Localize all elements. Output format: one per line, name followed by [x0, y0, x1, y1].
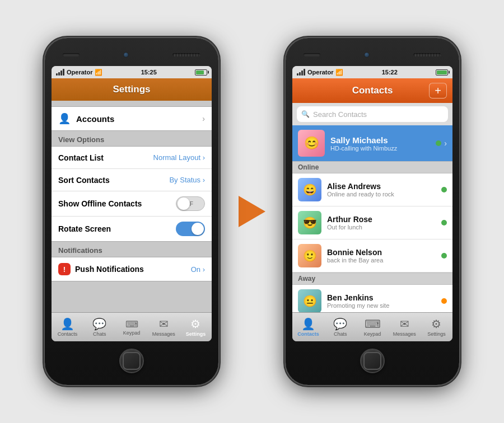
contacts-tab-settings[interactable]: ⚙ Settings	[421, 317, 452, 337]
search-bar: 🔍 Search Contacts	[292, 103, 452, 125]
phone-bottom	[119, 347, 144, 375]
search-input[interactable]: 🔍 Search Contacts	[297, 106, 448, 122]
show-offline-label: Show Offline Contacts	[58, 199, 176, 208]
contacts-title: Contacts	[316, 85, 429, 96]
rotate-screen-row[interactable]: Rotate Screen ON	[52, 217, 212, 241]
arrow-container	[235, 196, 269, 227]
arthur-status-dot	[441, 220, 447, 225]
featured-contact-name: Sally Michaels	[330, 135, 430, 145]
keypad-tab-icon: ⌨	[125, 319, 138, 330]
bonnie-avatar: 🙂	[298, 244, 321, 267]
sort-contacts-row[interactable]: Sort Contacts By Status ›	[52, 169, 212, 191]
contact-list-value: Normal Layout ›	[153, 153, 205, 162]
phone-top-bar	[52, 48, 212, 62]
contacts2-messages-label: Messages	[393, 331, 416, 337]
contacts2-settings-label: Settings	[427, 331, 446, 337]
contact-list-row[interactable]: Contact List Normal Layout ›	[52, 147, 212, 169]
contacts2-tab-icon: 👤	[301, 317, 315, 331]
settings-title: Settings	[113, 84, 150, 95]
show-offline-row[interactable]: Show Offline Contacts OFF	[52, 191, 212, 217]
featured-contact-row[interactable]: 😊 Sally Michaels HD-calling with Nimbuzz…	[292, 125, 452, 161]
phone2-home-button[interactable]	[360, 349, 385, 373]
battery-icon	[195, 69, 207, 76]
contacts-tab-messages[interactable]: ✉ Messages	[389, 317, 421, 337]
contacts-tab-label: Contacts	[58, 331, 78, 337]
push-notif-icon: !	[58, 263, 71, 275]
accounts-label: Accounts	[76, 114, 197, 124]
rotate-screen-label: Rotate Screen	[58, 224, 176, 233]
contacts-signal-icon	[297, 69, 305, 76]
sort-contacts-value: By Status ›	[169, 176, 205, 184]
status-bar: Operator 📶 15:25	[52, 66, 212, 78]
tab-keypad[interactable]: ⌨ Keypad	[115, 319, 147, 336]
featured-chevron-icon: ›	[444, 139, 447, 148]
contact-row[interactable]: 😎 Arthur Rose Out for lunch	[292, 206, 452, 239]
direction-arrow	[239, 196, 265, 227]
alise-avatar: 😄	[298, 178, 321, 201]
home-button[interactable]	[119, 349, 144, 373]
chats-tab-label: Chats	[93, 331, 106, 337]
contact-row[interactable]: 🙂 Bonnie Nelson back in the Bay area	[292, 239, 452, 272]
contacts-list: Online 😄 Alise Andrews Online and ready …	[292, 161, 452, 312]
contacts-tab-keypad[interactable]: ⌨ Keypad	[356, 317, 388, 337]
alise-name: Alise Andrews	[327, 182, 436, 191]
contacts2-messages-icon: ✉	[400, 317, 409, 331]
push-notif-value: On ›	[191, 265, 205, 274]
bonnie-status: back in the Bay area	[327, 257, 436, 264]
settings-tab-bar: 👤 Contacts 💬 Chats ⌨ Keypad ✉ Messages ⚙	[52, 312, 212, 341]
phone2-speaker-right	[413, 53, 441, 57]
settings-content: 👤 Accounts › View Options Contact List N…	[52, 101, 212, 312]
away-section-header: Away	[292, 272, 452, 285]
ben-avatar: 😐	[298, 289, 321, 312]
contacts-header: Contacts +	[292, 78, 452, 103]
arthur-status: Out for lunch	[327, 224, 436, 231]
rotate-screen-toggle[interactable]: ON	[176, 222, 205, 236]
settings-header: Settings	[52, 78, 212, 101]
arthur-name: Arthur Rose	[327, 215, 436, 224]
scene: Operator 📶 15:25 Settings 👤 Account	[0, 38, 504, 385]
contacts2-chats-icon: 💬	[333, 317, 347, 331]
operator-label: Operator	[67, 69, 92, 76]
tab-contacts[interactable]: 👤 Contacts	[52, 317, 83, 337]
wifi-icon: 📶	[95, 69, 102, 76]
add-contact-button[interactable]: +	[429, 83, 447, 98]
view-options-header: View Options	[52, 131, 212, 146]
contacts-operator-label: Operator	[307, 69, 333, 76]
contacts-screen: Operator 📶 15:22 Contacts + 🔍	[292, 66, 452, 341]
phone2-top-bar	[292, 48, 452, 62]
accounts-row[interactable]: 👤 Accounts ›	[52, 106, 212, 131]
keypad-tab-label: Keypad	[123, 330, 141, 336]
accounts-chevron: ›	[202, 114, 205, 123]
online-section-header: Online	[292, 161, 452, 173]
settings-tab-icon: ⚙	[190, 317, 200, 331]
contact-row[interactable]: 😐 Ben Jenkins Promoting my new site	[292, 285, 452, 312]
tab-settings[interactable]: ⚙ Settings	[180, 317, 212, 337]
tab-chats[interactable]: 💬 Chats	[83, 317, 115, 337]
show-offline-toggle[interactable]: OFF	[176, 196, 205, 211]
phone2-speaker-left	[304, 53, 320, 57]
push-notifications-row[interactable]: ! Push Notifications On ›	[52, 257, 212, 281]
contacts2-keypad-label: Keypad	[364, 331, 381, 337]
phone-contacts: Operator 📶 15:22 Contacts + 🔍	[286, 38, 459, 385]
contacts-status-bar: Operator 📶 15:22	[292, 66, 452, 78]
contacts-tab-icon: 👤	[60, 317, 74, 331]
contacts-time-label: 15:22	[382, 69, 398, 76]
front-camera	[123, 52, 129, 58]
view-options-list: Contact List Normal Layout › Sort Contac…	[52, 146, 212, 242]
contact-row[interactable]: 😄 Alise Andrews Online and ready to rock	[292, 173, 452, 206]
notifications-header: Notifications	[52, 242, 212, 257]
ben-status: Promoting my new site	[327, 302, 436, 309]
ben-status-dot	[441, 298, 447, 304]
push-notif-label: Push Notifications	[75, 265, 186, 274]
sort-contacts-label: Sort Contacts	[58, 176, 169, 185]
featured-online-dot	[436, 140, 441, 146]
search-icon: 🔍	[301, 110, 310, 118]
contacts-tab-chats[interactable]: 💬 Chats	[324, 317, 356, 337]
speaker-right	[172, 53, 200, 57]
featured-contact-status: HD-calling with Nimbuzz	[330, 145, 430, 152]
contacts-tab-contacts[interactable]: 👤 Contacts	[292, 317, 324, 337]
tab-messages[interactable]: ✉ Messages	[148, 317, 180, 337]
contacts2-settings-icon: ⚙	[431, 317, 441, 331]
chats-tab-icon: 💬	[92, 317, 106, 331]
speaker-left	[63, 53, 80, 57]
